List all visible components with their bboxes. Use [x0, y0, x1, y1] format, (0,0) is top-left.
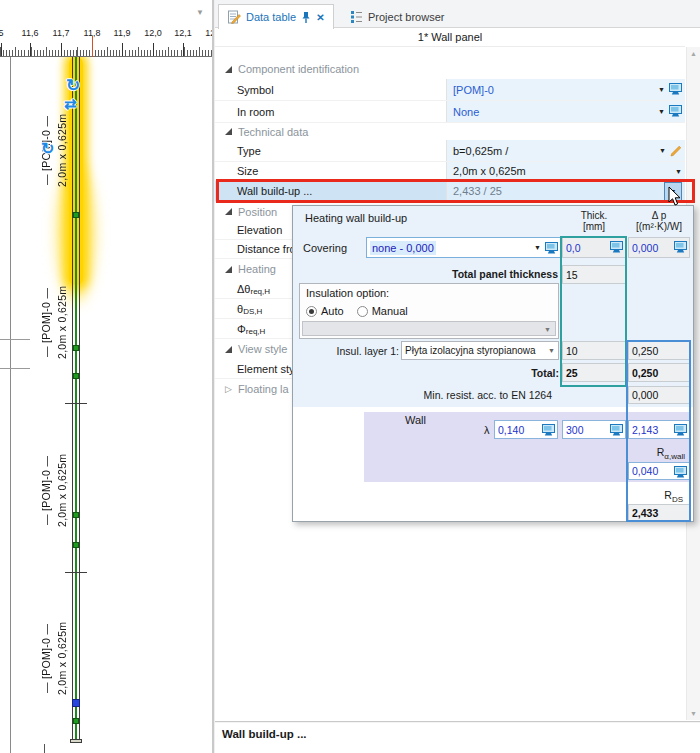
close-icon[interactable]: ✕: [316, 12, 324, 23]
monitor-icon[interactable]: [610, 241, 623, 255]
groupbox-caption: Insulation option:: [306, 287, 389, 299]
lambda-value-cell[interactable]: 0,140: [494, 420, 558, 439]
wall-dp-cell[interactable]: 2,143: [628, 420, 690, 439]
highlight-annotation-rectangle: [216, 179, 695, 203]
row-in-room: In room None ▼: [215, 101, 685, 123]
expander-icon[interactable]: [225, 208, 232, 215]
grip-marker[interactable]: [73, 512, 79, 518]
min-resist-label: Min. resist. acc. to EN 1264: [333, 389, 552, 401]
dropdown-icon[interactable]: ▼: [658, 86, 665, 93]
grip-marker[interactable]: [73, 542, 79, 548]
grip-marker[interactable]: [73, 373, 79, 379]
monitor-icon[interactable]: [542, 424, 555, 438]
rotate-center-icon[interactable]: ↻: [41, 139, 54, 158]
pencil-icon[interactable]: [670, 145, 682, 157]
data-table-panel: Data table ✕ Project browser 1* Wall pan…: [215, 0, 700, 753]
r-ds-label: RDS: [628, 489, 683, 501]
ruler-major-tick: [183, 43, 184, 56]
monitor-icon[interactable]: [669, 105, 682, 119]
total-thickness-cell: 25: [562, 363, 626, 382]
expander-icon[interactable]: [225, 128, 232, 135]
row-symbol: Symbol [POM]-0 ▼: [215, 79, 685, 101]
ruler-major-tick: [153, 43, 154, 56]
monitor-icon[interactable]: [674, 241, 687, 255]
panel-title: 1* Wall panel: [215, 29, 685, 47]
expander-icon[interactable]: [225, 266, 232, 273]
ruler-options-icon[interactable]: ▼: [196, 8, 204, 17]
ruler-major-tick: [122, 43, 123, 56]
insul-dp-cell: 0,250: [628, 341, 690, 360]
r-alpha-value-cell[interactable]: 0,040: [628, 462, 690, 480]
popup-title: Heating wall build-up: [305, 212, 407, 224]
covering-label: Covering: [303, 242, 347, 254]
monitor-icon[interactable]: [669, 83, 682, 97]
drawing-canvas[interactable]: — [POM]-0 —2,0m x 0,625m— [POM]-0 —2,0m …: [0, 57, 212, 753]
radio-auto[interactable]: Auto: [306, 305, 344, 317]
dropdown-icon[interactable]: ▼: [658, 108, 665, 115]
tab-data-table[interactable]: Data table ✕: [218, 4, 334, 29]
ruler-major-tick: [1, 43, 2, 56]
grip-marker[interactable]: [73, 345, 79, 351]
total-dp-cell: 0,250: [628, 363, 690, 382]
ruler-label: 12,0: [144, 28, 162, 38]
grip-marker[interactable]: [73, 212, 79, 218]
scroll-up-icon[interactable]: ▲: [687, 50, 700, 57]
tab-label[interactable]: Project browser: [368, 11, 444, 23]
insul-layer-label: Insul. layer 1:: [313, 345, 399, 357]
ruler-major-tick: [61, 43, 62, 56]
radio-manual[interactable]: Manual: [357, 305, 408, 317]
tab-bar: Data table ✕ Project browser: [215, 0, 700, 28]
ruler-label: 12,2: [205, 28, 212, 38]
insul-thickness-cell[interactable]: 10: [562, 341, 626, 360]
pin-icon[interactable]: [301, 11, 311, 24]
expander-icon[interactable]: [225, 346, 232, 353]
tab-label[interactable]: Data table: [246, 11, 296, 23]
footer-divider: [215, 721, 700, 723]
mouse-cursor: [668, 186, 682, 206]
covering-thickness-cell[interactable]: 0,0: [562, 237, 626, 258]
covering-dp-cell[interactable]: 0,000: [628, 237, 690, 258]
ruler-label: 5: [0, 28, 4, 38]
project-browser-icon: [350, 10, 363, 23]
group-component-identification[interactable]: Component identification: [215, 59, 685, 79]
horizontal-ruler: 511,611,711,811,912,012,112,2: [0, 25, 212, 57]
disabled-combobox[interactable]: ▼: [302, 321, 556, 336]
scroll-down-icon[interactable]: ▼: [687, 710, 700, 717]
monitor-icon[interactable]: [545, 242, 558, 256]
wall-panel-label: — [POM]-0 —2,0m x 0,625m: [38, 237, 72, 407]
dropdown-icon[interactable]: ▼: [659, 147, 666, 154]
expander-collapsed-icon[interactable]: ▷: [225, 385, 232, 394]
row-type: Type b=0,625m / ▼: [215, 140, 685, 162]
cursor-position-marker: [92, 36, 93, 57]
total-panel-thickness-cell: 15: [562, 265, 626, 284]
wall-center-line: [75, 57, 77, 741]
move-handle-icon[interactable]: ⇄: [64, 95, 77, 113]
monitor-icon[interactable]: [674, 424, 687, 438]
grip-marker[interactable]: [73, 718, 79, 724]
wall-element[interactable]: [72, 57, 80, 741]
ruler-label: 12,1: [174, 28, 192, 38]
dropdown-icon[interactable]: ▼: [534, 244, 541, 251]
monitor-icon[interactable]: [610, 424, 623, 438]
group-technical-data[interactable]: Technical data: [215, 123, 685, 140]
grip-marker-selected[interactable]: [72, 699, 80, 707]
column-header-dp: Δ p[(m²·K)/W]: [626, 210, 692, 232]
insulation-option-groupbox: Insulation option: Auto Manual ▼: [299, 283, 559, 339]
wall-thickness-cell[interactable]: 300: [562, 420, 626, 439]
insulation-combobox[interactable]: Płyta izolacyjna styropianowa▼: [401, 341, 559, 360]
footer-description: Wall build-up ...: [222, 728, 307, 740]
column-header-thickness: Thick.[mm]: [562, 210, 626, 232]
dimension-tick: [0, 339, 30, 340]
dropdown-icon[interactable]: ▼: [675, 168, 682, 175]
expander-icon[interactable]: [225, 66, 232, 73]
monitor-icon[interactable]: [674, 466, 687, 480]
building-line: [10, 57, 11, 753]
rotate-handle-icon[interactable]: ↻: [66, 75, 80, 96]
r-ds-value-cell: 2,433: [628, 504, 690, 522]
wall-panel-label: — [POM]-0 —2,0m x 0,625m: [38, 405, 72, 575]
radio-group: Auto Manual: [306, 305, 408, 317]
total-panel-thickness-label: Total panel thickness: [353, 268, 558, 280]
ruler-major-tick: [30, 43, 31, 56]
tab-project-browser[interactable]: Project browser: [342, 4, 452, 29]
covering-combobox[interactable]: none - 0,000 ▼: [366, 237, 561, 258]
